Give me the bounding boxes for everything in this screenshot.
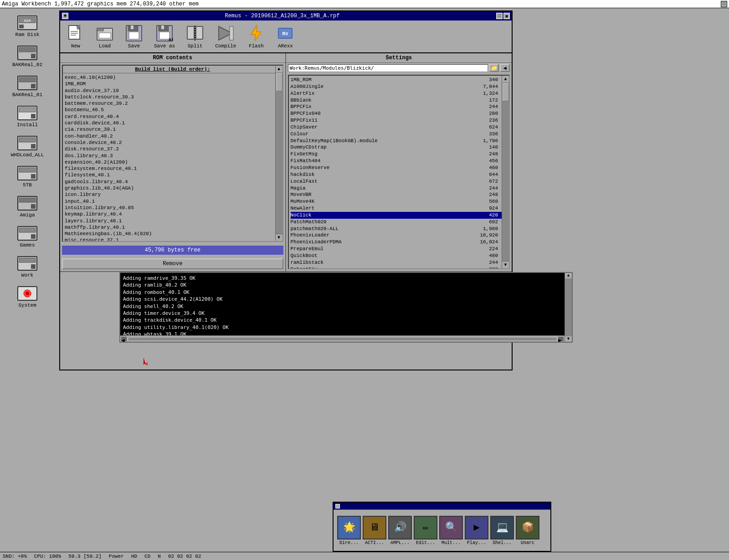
- module-list-item[interactable]: NewAlert924: [291, 205, 508, 212]
- settings-header: Settings: [286, 53, 512, 63]
- modules-scrollbar-thumb[interactable]: [503, 83, 509, 101]
- module-list-item[interactable]: PatchMath020692: [291, 219, 508, 226]
- toolbar-compile-btn[interactable]: Compile: [213, 23, 238, 50]
- module-list-item[interactable]: NoClick420: [291, 212, 508, 219]
- window-min-btn[interactable]: □: [496, 13, 503, 19]
- module-list-item[interactable]: RebootFix288: [291, 266, 508, 269]
- svg-rect-35: [71, 33, 78, 34]
- flash-btn-label: Flash: [249, 43, 264, 49]
- module-list-item[interactable]: MoveVBR248: [291, 191, 508, 198]
- sidebar-item-install[interactable]: Install: [15, 103, 40, 129]
- modules-scrollbar-up[interactable]: ▲: [502, 76, 509, 83]
- log-hscroll-left[interactable]: ◀: [121, 337, 127, 341]
- window-close-btn[interactable]: ■: [62, 13, 68, 19]
- module-list-item[interactable]: BBblank172: [291, 97, 508, 104]
- svg-rect-23: [19, 228, 36, 232]
- module-list-item[interactable]: DefaultKeyMap(iBookGB).module1,796: [291, 138, 508, 144]
- taskbar-item-dire[interactable]: 🌟 Dire...: [337, 516, 361, 545]
- window-max-btn[interactable]: ▣: [503, 13, 510, 19]
- taskbar-item-ampl[interactable]: 🔊 AMPL...: [388, 516, 412, 545]
- path-input[interactable]: [288, 64, 488, 72]
- compile-icon: [216, 24, 235, 42]
- module-name: DummyCDstrap: [291, 144, 327, 151]
- build-list-item: filesystem_40.1: [65, 172, 281, 178]
- sidebar-item-amiga[interactable]: Amiga: [15, 193, 40, 220]
- svg-text:Rx: Rx: [282, 31, 289, 36]
- log-vscroll-down[interactable]: ▼: [565, 336, 572, 342]
- module-list-item[interactable]: QuickBoot480: [291, 252, 508, 259]
- module-list-item[interactable]: FusionReserve460: [291, 164, 508, 171]
- scrollbar-thumb[interactable]: [276, 73, 282, 91]
- sidebar-item-bakreal02[interactable]: BAKReal_02: [10, 43, 44, 69]
- module-list-item[interactable]: hackdisk644: [291, 171, 508, 178]
- module-list-item[interactable]: BPPCFix11236: [291, 117, 508, 124]
- toolbar-new-btn[interactable]: New: [65, 23, 87, 50]
- toolbar-save-btn[interactable]: Save: [123, 23, 145, 50]
- taskbar-item-mult[interactable]: 🔍 Mult...: [439, 516, 463, 545]
- sidebar: RAM Ram Disk BAKReal_02: [0, 8, 55, 314]
- build-list-panel[interactable]: Build list (Build order)↕ exec_40.10(A12…: [62, 65, 283, 242]
- module-list-item[interactable]: BPPCFix040280: [291, 110, 508, 117]
- log-vscrollbar[interactable]: ▲ ▼: [565, 273, 572, 342]
- module-list-item[interactable]: FixMath404456: [291, 158, 508, 164]
- flash-icon: [247, 24, 265, 42]
- path-folder-btn[interactable]: 📁: [489, 64, 499, 72]
- taskbar-item-shel[interactable]: 💻 Shel...: [490, 516, 514, 545]
- log-vscroll-up[interactable]: ▲: [565, 273, 572, 278]
- sidebar-item-5tb[interactable]: 5TB: [15, 163, 40, 190]
- sidebar-item-system[interactable]: System: [15, 283, 40, 310]
- remove-button[interactable]: Remove: [62, 258, 283, 269]
- modules-list[interactable]: 1MB_ROM340A1000Jingle7,844AlertFix1,324B…: [288, 75, 510, 269]
- log-hscroll-right[interactable]: ▶: [558, 337, 564, 341]
- taskbar-item-edit[interactable]: ✏️ Edit...: [414, 516, 437, 545]
- module-list-item[interactable]: 1MB_ROM340: [291, 77, 508, 83]
- module-list-item[interactable]: patchmath020-ALL1,960: [291, 226, 508, 232]
- sidebar-item-work[interactable]: Work: [15, 253, 40, 280]
- sidebar-item-games[interactable]: Games: [15, 223, 40, 250]
- module-list-item[interactable]: Magia244: [291, 185, 508, 192]
- module-list-item[interactable]: PhoenixLoaderPDMA16,024: [291, 239, 508, 246]
- module-list-item[interactable]: DummyCDstrap140: [291, 144, 508, 151]
- path-nav-btn[interactable]: ◀: [500, 64, 510, 72]
- log-line: Adding shell_40.2 OK: [123, 303, 569, 310]
- build-list-item: gadtools.library_40.4: [65, 179, 281, 185]
- toolbar-save-as-btn[interactable]: as Save as: [152, 23, 177, 50]
- module-list-item[interactable]: FixGetMsg248: [291, 151, 508, 158]
- toolbar-flash-btn[interactable]: Flash: [245, 23, 267, 50]
- toolbar-split-btn[interactable]: Split: [184, 23, 206, 50]
- module-list-item[interactable]: Colour336: [291, 131, 508, 138]
- sidebar-item-bakreal01[interactable]: BAKReal_01: [10, 73, 44, 99]
- modules-scrollbar-down[interactable]: ▼: [502, 261, 509, 268]
- module-list-item[interactable]: A1000Jingle7,844: [291, 83, 508, 90]
- module-list-item[interactable]: AlertFix1,324: [291, 90, 508, 97]
- sidebar-item-whdload[interactable]: WHDLoad_ALL: [9, 133, 46, 159]
- module-size: 7,844: [475, 83, 498, 90]
- module-size: 624: [475, 124, 498, 131]
- svg-rect-42: [129, 32, 139, 39]
- modules-scrollbar[interactable]: ▲ ▼: [502, 76, 509, 268]
- wb-close-btn[interactable]: □: [721, 1, 727, 7]
- module-size: 644: [475, 171, 498, 178]
- module-list-item[interactable]: PhoenixLoader16,920: [291, 232, 508, 239]
- module-list-item[interactable]: ramlibstack244: [291, 259, 508, 266]
- scrollbar-down-btn[interactable]: ▼: [276, 234, 282, 241]
- sidebar-label-amiga: Amiga: [20, 212, 35, 218]
- module-name: FusionReserve: [291, 164, 330, 171]
- taskbar-item-acti[interactable]: 🖥 ACTI...: [363, 516, 386, 545]
- log-hscrollbar[interactable]: ◀ ▶: [120, 335, 565, 342]
- module-list-item[interactable]: BPPCFix244: [291, 103, 508, 110]
- module-list-item[interactable]: PrepareEmul224: [291, 246, 508, 252]
- taskbar-close-btn[interactable]: [335, 504, 340, 509]
- module-list-item[interactable]: MuMove4K560: [291, 198, 508, 205]
- taskbar-item-unarc[interactable]: 📦 Unarc: [516, 516, 539, 545]
- status-cpu: CPU: 100%: [34, 554, 61, 559]
- build-list-scrollbar[interactable]: ▲ ▼: [275, 66, 282, 241]
- games-icon: [16, 225, 38, 241]
- scrollbar-up-btn[interactable]: ▲: [276, 66, 282, 73]
- module-list-item[interactable]: LocalFast672: [291, 178, 508, 185]
- sidebar-item-ram-disk[interactable]: RAM Ram Disk: [14, 13, 41, 39]
- toolbar-arexx-btn[interactable]: Rx ARexx: [274, 23, 296, 50]
- toolbar-load-btn[interactable]: Load: [94, 23, 116, 50]
- module-list-item[interactable]: ChipSaver624: [291, 124, 508, 131]
- taskbar-item-play[interactable]: ▶️ Play...: [465, 516, 488, 545]
